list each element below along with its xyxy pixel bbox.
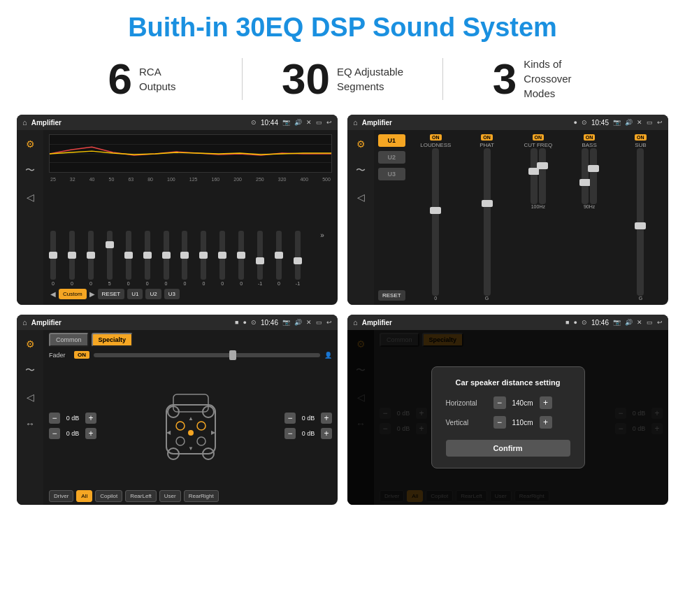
eq-prev-btn[interactable]: ◀ <box>50 290 56 298</box>
home-icon-2[interactable]: ⌂ <box>353 118 358 127</box>
wave-icon-3[interactable]: 〜 <box>22 362 38 379</box>
vertical-minus-btn[interactable]: − <box>493 416 506 429</box>
eq-thumb-2 <box>87 252 95 259</box>
dot2-icon-4: ● <box>574 319 577 326</box>
phat-thumb <box>482 200 493 207</box>
eq-slider-0: 0 <box>50 231 56 286</box>
btn-user[interactable]: User <box>159 490 181 502</box>
vol-rr-plus[interactable]: + <box>321 428 332 439</box>
dialog-horizontal-row: Horizontal − 140cm + <box>446 396 570 409</box>
user-tab-u1[interactable]: U1 <box>378 134 405 147</box>
car-svg-container: ▲ ▼ ◀ ▶ <box>101 361 280 490</box>
eq-slider-2: 0 <box>88 231 94 286</box>
eq-track-1[interactable] <box>69 231 75 280</box>
cutfreq-on-badge: ON <box>533 134 545 141</box>
vertical-plus-btn[interactable]: + <box>540 416 552 429</box>
phat-slider[interactable] <box>484 148 491 296</box>
eq-val-12: 0 <box>277 281 280 286</box>
bass-slider-g[interactable] <box>590 148 597 204</box>
cutfreq-slider-g[interactable] <box>539 148 546 204</box>
eq-track-8[interactable] <box>201 231 206 280</box>
btn-rearleft[interactable]: RearLeft <box>125 490 157 502</box>
user-tab-u3[interactable]: U3 <box>378 168 405 180</box>
eq-track-3[interactable] <box>107 231 113 280</box>
eq-reset-btn[interactable]: RESET <box>98 289 125 299</box>
eq-track-5[interactable] <box>145 231 150 280</box>
vol-fr-minus[interactable]: − <box>284 413 296 424</box>
vol-rl-plus[interactable]: + <box>85 428 96 439</box>
user-tab-u2[interactable]: U2 <box>378 151 405 164</box>
eq-track-4[interactable] <box>126 231 131 280</box>
tab-common[interactable]: Common <box>49 333 89 347</box>
btn-all[interactable]: All <box>76 490 92 502</box>
horizontal-minus-btn[interactable]: − <box>493 396 506 409</box>
x-icon-3: ✕ <box>306 319 312 326</box>
confirm-button[interactable]: Confirm <box>446 440 570 457</box>
home-icon-1[interactable]: ⌂ <box>22 118 27 127</box>
eq-track-12[interactable] <box>276 231 282 280</box>
eq-icon-3[interactable]: ⚙ <box>22 336 38 352</box>
vol-rl-minus[interactable]: − <box>49 428 60 439</box>
back-icon-2[interactable]: ↩ <box>657 119 663 126</box>
sub-label: SUB <box>635 142 646 148</box>
bass-slider-f[interactable] <box>582 148 589 204</box>
fader-track[interactable] <box>94 353 320 357</box>
topbar-1-title: Amplifier <box>31 119 247 127</box>
stat-crossover-label: Kinds ofCrossover Modes <box>524 57 593 101</box>
vol-fl-plus[interactable]: + <box>85 413 96 424</box>
eq-val-5: 0 <box>146 281 149 286</box>
back-icon-4[interactable]: ↩ <box>657 319 663 326</box>
eq-u3-btn[interactable]: U3 <box>164 289 180 299</box>
stat-eq-label: EQ AdjustableSegments <box>337 64 403 94</box>
eq-track-0[interactable] <box>50 231 56 280</box>
location-icon-2: ⊙ <box>582 119 587 126</box>
eq-track-9[interactable] <box>219 231 225 280</box>
arrows-icon-3[interactable]: ↔ <box>22 415 38 432</box>
wave-icon-2[interactable]: 〜 <box>352 162 369 179</box>
rect-icon-4: ▭ <box>647 319 653 326</box>
sub-slider[interactable] <box>637 148 644 296</box>
bass-val: 90Hz <box>584 204 595 209</box>
eq-track-6[interactable] <box>164 231 169 280</box>
svg-point-12 <box>197 437 206 445</box>
stat-rca-label: RCAOutputs <box>139 64 176 94</box>
vol-rr-minus[interactable]: − <box>284 428 296 439</box>
wave-icon[interactable]: 〜 <box>22 162 38 179</box>
loudness-slider[interactable] <box>432 148 439 296</box>
more-icon[interactable]: » <box>314 227 331 244</box>
eq-track-11[interactable] <box>257 231 263 280</box>
eq-val-7: 0 <box>184 281 187 286</box>
btn-rearright[interactable]: RearRight <box>184 490 219 502</box>
speaker-icon-3[interactable]: ◁ <box>22 389 38 406</box>
eq-u2-btn[interactable]: U2 <box>145 289 161 299</box>
car-layout: − 0 dB + − 0 dB + <box>49 361 332 490</box>
horizontal-plus-btn[interactable]: + <box>540 396 552 409</box>
eq-track-13[interactable] <box>295 231 301 280</box>
speaker-icon-2[interactable]: ◁ <box>352 189 369 206</box>
eq-track-2[interactable] <box>88 231 94 280</box>
eq-icon[interactable]: ⚙ <box>22 136 38 152</box>
eq-next-btn[interactable]: ▶ <box>89 290 95 298</box>
crossover-reset-btn[interactable]: RESET <box>378 290 405 301</box>
topbar-4-title: Amplifier <box>362 319 561 327</box>
home-icon-3[interactable]: ⌂ <box>22 318 27 327</box>
btn-copilot[interactable]: Copilot <box>95 490 122 502</box>
eq-track-10[interactable] <box>238 231 244 280</box>
speaker-icon[interactable]: ◁ <box>22 189 38 206</box>
btn-driver[interactable]: Driver <box>49 490 73 502</box>
stats-row: 6 RCAOutputs 30 EQ AdjustableSegments 3 … <box>0 50 685 110</box>
cutfreq-slider-f[interactable] <box>531 148 538 204</box>
back-icon-1[interactable]: ↩ <box>326 119 332 126</box>
eq-u1-btn[interactable]: U1 <box>127 289 143 299</box>
eq-track-7[interactable] <box>182 231 187 280</box>
vol-rr-val: 0 dB <box>298 430 319 437</box>
eq-icon-2[interactable]: ⚙ <box>352 136 369 152</box>
tab-specialty[interactable]: Specialty <box>92 333 134 347</box>
vol-fr-plus[interactable]: + <box>321 413 332 424</box>
eq-slider-7: 0 <box>182 231 187 286</box>
fader-label: Fader <box>49 352 70 359</box>
eq-custom-btn[interactable]: Custom <box>59 289 87 299</box>
vol-fl-minus[interactable]: − <box>49 413 60 424</box>
back-icon-3[interactable]: ↩ <box>326 319 332 326</box>
home-icon-4[interactable]: ⌂ <box>353 318 358 327</box>
